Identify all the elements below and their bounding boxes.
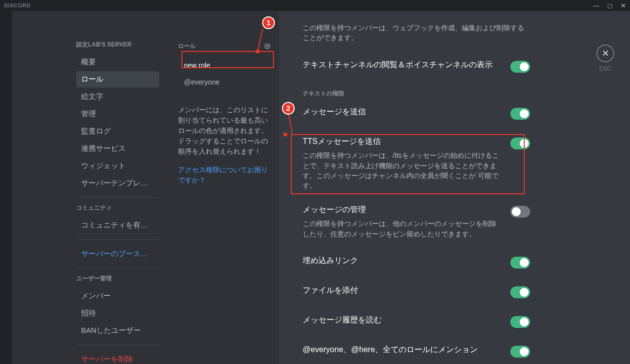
perm-title: メッセージの管理 [303,205,502,215]
toggle-knob [520,62,529,71]
app-root: 設定LAB'S SERVER 概要 ロール 絵文字 管理 監査ログ 連携サービス… [0,11,630,364]
perm-row-read-history: メッセージ履歴を読む [303,315,530,328]
toggle-read-history[interactable] [510,316,530,328]
minimize-icon[interactable]: — [593,2,599,9]
toggle-view-channels[interactable] [510,61,530,73]
sidebar-item-moderation[interactable]: 管理 [76,106,159,122]
toggle-send-messages[interactable] [510,108,530,120]
roles-header-label: ロール [178,42,196,50]
toggle-knob [512,207,521,216]
perm-title: メッセージ履歴を読む [303,315,502,325]
perm-webhook-desc: この権限を持つメンバーは、ウェブフックを作成、編集および削除することができます。 [303,23,530,43]
sidebar-item-audit-log[interactable]: 監査ログ [76,123,159,139]
sidebar-item-widget[interactable]: ウィジェット [76,158,159,174]
roles-help-link[interactable]: アクセス権限についてお困りですか？ [178,165,271,185]
toggle-attach-files[interactable] [510,286,530,298]
toggle-knob [520,139,529,148]
perm-row-mention-everyone: @everyone、@here、全てのロールにメンション [303,345,530,358]
sidebar-item-roles[interactable]: ロール [76,71,159,88]
sidebar-item-boost[interactable]: サーバーのブースト状... [76,246,159,262]
sidebar-item-emoji[interactable]: 絵文字 [76,89,159,105]
perm-row-manage-messages: メッセージの管理 この権限を持つメンバーは、他のメンバーのメッセージを削除したり… [303,205,530,239]
sidebar-header: 設定LAB'S SERVER [76,41,159,49]
perm-title: 埋め込みリンク [303,256,502,266]
toggle-knob [520,347,529,356]
sidebar-item-invites[interactable]: 招待 [76,305,159,321]
role-item-new-role[interactable]: new role [178,57,271,73]
role-item-everyone[interactable]: @everyone [178,74,271,90]
toggle-mention-everyone[interactable] [510,346,530,358]
toggle-knob [520,258,529,267]
perm-title: TTSメッセージを送信 [303,136,502,147]
perm-row-embed-links: 埋め込みリンク [303,256,530,269]
sidebar-item-members[interactable]: メンバー [76,288,159,304]
close-window-icon[interactable]: ✕ [621,2,626,9]
close-icon: ✕ [602,48,609,59]
sidebar-item-community-enable[interactable]: コミュニティを有効に... [76,217,159,233]
toggle-tts[interactable] [510,137,530,149]
sidebar-item-integrations[interactable]: 連携サービス [76,140,159,157]
perm-row-tts: TTSメッセージを送信 この権限を持つメンバーは、/ttsをメッセージの始めに付… [303,136,530,191]
perm-row-attach-files: ファイルを添付 [303,285,530,298]
divider [76,239,159,240]
perm-title: テキストチャンネルの閲覧＆ボイスチャンネルの表示 [303,60,502,70]
sidebar-item-template[interactable]: サーバーテンプレート [76,175,159,191]
roles-list-column: ロール ⊕ new role @everyone メンバーには、このリストに割り… [166,11,279,364]
perm-title: @everyone、@here、全てのロールにメンション [303,345,502,355]
community-header: コミュニティ [76,204,159,212]
roles-note: メンバーには、このリストに割り当てられている最も高いロールの色が適用されます。ド… [178,105,271,157]
close-button[interactable]: ✕ [596,45,614,62]
perm-row-send-messages: メッセージを送信 [303,107,530,120]
close-label: ESC [581,65,630,72]
window-controls: — ◻ ✕ [593,2,626,9]
app-brand: DISCORD [4,2,31,8]
perm-title: ファイルを添付 [303,285,502,296]
user-mgmt-header: ユーザー管理 [76,274,159,283]
permissions-panel: この権限を持つメンバーは、ウェブフックを作成、編集および削除することができます。… [279,11,581,364]
close-column: ✕ ESC [581,11,630,364]
roles-header: ロール ⊕ [178,41,271,51]
sidebar-item-overview[interactable]: 概要 [76,54,159,70]
toggle-manage-messages[interactable] [510,206,530,218]
divider [76,268,159,269]
perm-desc: この権限を持つメンバーは、他のメンバーのメッセージを削除したり、任意のメッセージ… [303,219,502,239]
toggle-knob [520,318,529,326]
toggle-embed-links[interactable] [510,257,530,269]
perm-desc: この権限を持つメンバーは、/ttsをメッセージの始めに付けることで、テキスト読み… [303,150,502,190]
divider [76,345,159,345]
divider [76,197,159,198]
perm-title: メッセージを送信 [303,107,502,117]
toggle-knob [520,288,529,297]
perm-row-view-channels: テキストチャンネルの閲覧＆ボイスチャンネルの表示 [303,60,530,73]
text-permissions-label: テキストの権限 [303,90,530,98]
sidebar-item-delete-server[interactable]: サーバーを削除 [76,351,159,364]
add-role-icon[interactable]: ⊕ [264,41,271,51]
guild-rail [0,11,12,364]
settings-sidebar: 設定LAB'S SERVER 概要 ロール 絵文字 管理 監査ログ 連携サービス… [12,11,166,364]
sidebar-item-bans[interactable]: BANしたユーザー [76,322,159,339]
maximize-icon[interactable]: ◻ [607,2,613,9]
titlebar: DISCORD — ◻ ✕ [0,0,630,11]
toggle-knob [520,109,529,118]
